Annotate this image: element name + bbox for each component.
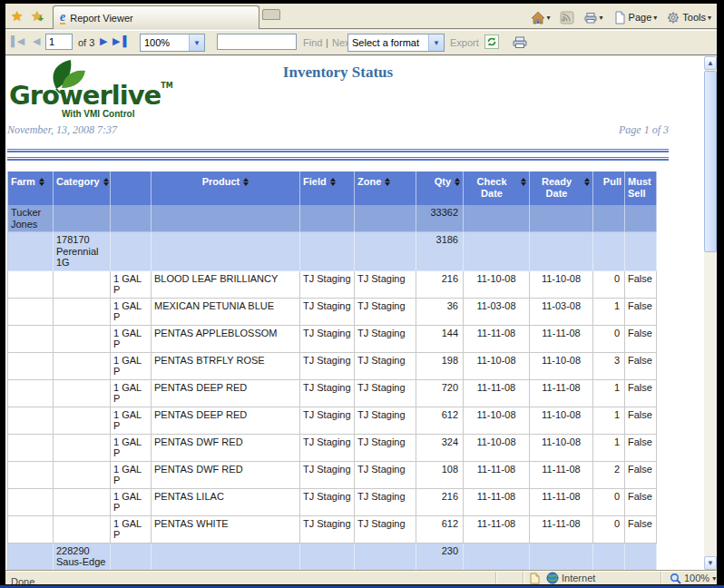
column-header-field[interactable]: Field	[300, 172, 355, 205]
must-sell-cell: False	[625, 353, 657, 380]
zoom-select[interactable]: 100% ▼	[140, 34, 205, 52]
next-page-button[interactable]: ▶	[100, 35, 106, 47]
size-cell: 1 GAL P	[111, 435, 152, 462]
ready-date-cell	[530, 544, 593, 571]
print-report-button[interactable]	[512, 35, 528, 51]
column-label: Zone	[357, 176, 381, 188]
farm-cell	[8, 326, 54, 353]
column-header-farm[interactable]: Farm	[8, 172, 54, 205]
sort-icon[interactable]	[103, 178, 109, 186]
check-date-cell: 11-10-08	[464, 271, 530, 299]
check-date-cell: 11-03-08	[464, 299, 530, 326]
tab-title: Report Viewer	[70, 13, 133, 24]
column-label: Category	[56, 176, 100, 188]
field-cell: TJ Staging	[300, 516, 355, 544]
product-cell	[152, 232, 300, 271]
sort-icon[interactable]	[521, 178, 526, 186]
farm-cell	[8, 516, 54, 544]
add-favorite-icon[interactable]: ★+	[31, 8, 47, 24]
tools-menu-button[interactable]: Tools ▾	[664, 10, 713, 25]
sort-icon[interactable]	[584, 178, 590, 186]
size-cell	[111, 232, 152, 271]
feeds-button[interactable]	[558, 10, 576, 25]
column-label: Farm	[11, 176, 35, 188]
must-sell-cell: False	[625, 271, 657, 299]
scroll-down-button[interactable]: ▼	[704, 556, 717, 570]
print-button[interactable]: ▾	[582, 10, 605, 25]
new-tab-button[interactable]	[262, 9, 280, 20]
size-cell: 1 GAL P	[111, 326, 152, 353]
ready-date-cell: 11-11-08	[530, 516, 593, 544]
qty-cell: 216	[416, 489, 464, 516]
column-header-blank	[111, 172, 152, 205]
column-header-product[interactable]: Product	[152, 172, 300, 205]
page-number-input[interactable]	[45, 34, 73, 50]
export-link[interactable]: Export	[450, 37, 479, 48]
must-sell-cell: False	[625, 407, 657, 435]
divider-rule	[7, 157, 669, 161]
sort-icon[interactable]	[243, 178, 249, 186]
sort-icon[interactable]	[330, 178, 336, 186]
farm-cell	[8, 380, 54, 407]
column-header-check-date[interactable]: Check Date	[464, 172, 530, 205]
browser-zoom-control[interactable]: 100% ▾	[670, 572, 716, 584]
pull-cell: 1	[593, 407, 625, 435]
column-header-zone[interactable]: Zone	[355, 172, 416, 205]
must-sell-cell: False	[625, 435, 657, 462]
column-header-category[interactable]: Category	[54, 172, 111, 205]
pull-cell: 1	[593, 380, 625, 407]
check-date-cell: 11-11-08	[464, 489, 530, 516]
browser-window: ★ ★+ e Report Viewer ▾ ▾ Page ▾	[5, 4, 717, 584]
product-cell: PENTAS DEEP RED	[152, 380, 300, 407]
printer-icon	[512, 35, 528, 49]
size-cell: 1 GAL P	[111, 407, 152, 435]
zone-cell: TJ Staging	[355, 435, 416, 462]
table-row-detail: 1 GAL PMEXICAN PETUNIA BLUETJ StagingTJ …	[8, 299, 657, 326]
scrollbar-thumb[interactable]	[704, 71, 717, 252]
previous-page-button[interactable]: ◀	[33, 35, 39, 47]
qty-cell: 230	[416, 544, 464, 571]
logo-wordmark: GrowerliveTM	[9, 80, 173, 111]
tab-report-viewer[interactable]: e Report Viewer	[53, 5, 259, 29]
field-cell: TJ Staging	[300, 299, 355, 326]
export-format-select[interactable]: Select a format ▼	[347, 34, 445, 52]
must-sell-cell	[625, 544, 657, 571]
category-cell	[54, 380, 111, 407]
home-button[interactable]: ▾	[529, 10, 553, 25]
size-cell	[111, 205, 152, 232]
page-icon	[612, 11, 627, 24]
farm-cell	[8, 435, 54, 462]
trademark-symbol: TM	[161, 82, 172, 90]
vertical-scrollbar[interactable]: ▲ ▼	[704, 56, 717, 570]
check-date-cell: 11-11-08	[464, 462, 530, 489]
zone-cell: TJ Staging	[355, 353, 416, 380]
report-viewer-toolbar: ▌◀ ◀ of 3 ▶ ▶▐ 100% ▼ Find | Next Select…	[5, 30, 717, 55]
report-page: GrowerliveTM With VMI Control Inventory …	[5, 56, 704, 570]
sort-icon[interactable]	[39, 178, 44, 186]
find-text-input[interactable]	[217, 34, 297, 50]
status-bar: Done Internet 100% ▾	[5, 570, 717, 584]
size-cell: 1 GAL P	[111, 489, 152, 516]
find-link[interactable]: Find	[303, 37, 322, 48]
security-zone-label: Internet	[562, 573, 595, 583]
column-header-qty[interactable]: Qty	[416, 172, 464, 205]
scroll-up-button[interactable]: ▲	[704, 56, 717, 70]
status-page-indicator	[528, 572, 541, 584]
favorites-star-icon[interactable]: ★	[11, 8, 27, 24]
last-page-button[interactable]: ▶▐	[113, 35, 125, 47]
table-row-farm: Tucker Jones33362	[8, 205, 657, 232]
format-select-value: Select a format	[348, 37, 428, 48]
zone-cell	[355, 205, 416, 232]
ready-date-cell: 11-03-08	[530, 299, 593, 326]
first-page-button[interactable]: ▌◀	[11, 35, 24, 47]
category-cell	[54, 407, 111, 435]
sort-icon[interactable]	[385, 178, 390, 186]
column-header-ready-date[interactable]: Ready Date	[530, 172, 593, 205]
sort-icon[interactable]	[455, 178, 460, 186]
refresh-button[interactable]	[484, 34, 499, 51]
pull-cell	[593, 205, 625, 232]
page-menu-button[interactable]: Page ▾	[611, 10, 660, 25]
check-date-cell: 11-10-08	[464, 435, 530, 462]
pull-cell	[593, 544, 625, 571]
product-cell: PENTAS WHITE	[152, 516, 300, 544]
